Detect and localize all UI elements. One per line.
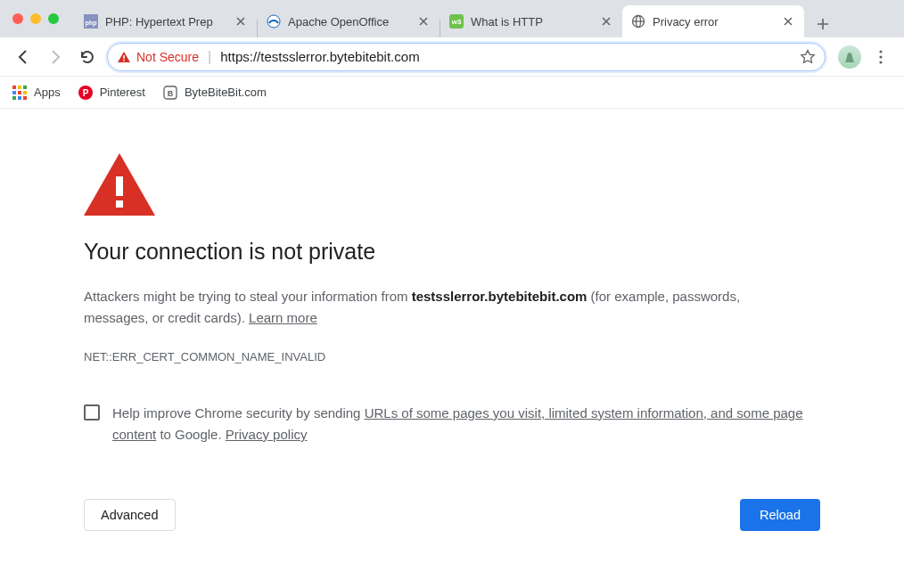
bookmark-pinterest[interactable]: P Pinterest (78, 86, 145, 100)
optin-text: Help improve Chrome security by sending … (112, 403, 815, 445)
tabstrip: php PHP: Hypertext Prep Apache OpenOffic… (75, 0, 904, 37)
window-close-button[interactable] (12, 13, 23, 24)
window-maximize-button[interactable] (48, 13, 59, 24)
security-indicator[interactable]: Not Secure (117, 50, 199, 64)
optin-row: Help improve Chrome security by sending … (84, 403, 815, 445)
svg-rect-9 (123, 60, 125, 61)
warning-triangle-icon (117, 51, 131, 63)
optin-checkbox[interactable] (84, 404, 100, 421)
tab-close-icon[interactable] (781, 14, 795, 29)
tab-title: What is HTTP (471, 15, 596, 29)
php-favicon: php (84, 14, 98, 29)
tab-php[interactable]: php PHP: Hypertext Prep (75, 5, 257, 37)
reload-button[interactable] (75, 45, 100, 69)
svg-text:php: php (86, 20, 97, 27)
action-row: Advanced Reload (84, 499, 820, 531)
privacy-policy-link[interactable]: Privacy policy (226, 427, 308, 442)
bookmark-label: Pinterest (100, 86, 145, 99)
browser-toolbar: Not Secure | (0, 37, 904, 77)
tab-privacy-error[interactable]: Privacy error (622, 5, 804, 37)
svg-point-10 (879, 50, 882, 53)
tab-close-icon[interactable] (599, 14, 613, 29)
site-name: testsslerror.bytebitebit.com (412, 289, 588, 304)
svg-point-12 (879, 61, 882, 63)
tab-close-icon[interactable] (234, 14, 248, 29)
svg-rect-18 (116, 200, 123, 208)
error-code: NET::ERR_CERT_COMMON_NAME_INVALID (84, 350, 820, 363)
window-minimize-button[interactable] (30, 13, 41, 24)
not-secure-label: Not Secure (136, 50, 199, 64)
bytebitebit-icon: B (163, 86, 177, 100)
bookmark-star-icon[interactable] (800, 49, 816, 65)
forward-button[interactable] (43, 45, 68, 69)
learn-more-link[interactable]: Learn more (249, 310, 317, 325)
advanced-button[interactable]: Advanced (84, 499, 176, 531)
tab-title: PHP: Hypertext Prep (105, 15, 230, 29)
apps-label: Apps (34, 86, 61, 99)
svg-text:P: P (82, 88, 88, 98)
tab-title: Apache OpenOffice (288, 15, 413, 29)
address-bar[interactable]: Not Secure | (107, 43, 826, 71)
url-input[interactable] (220, 49, 800, 64)
warning-triangle-icon (84, 153, 820, 216)
new-tab-button[interactable] (809, 11, 836, 37)
separator: | (208, 49, 211, 65)
browser-menu-button[interactable] (868, 45, 893, 69)
svg-text:w3: w3 (451, 18, 462, 26)
tab-http[interactable]: w3 What is HTTP (440, 5, 622, 37)
back-button[interactable] (11, 45, 36, 69)
bookmark-bytebitebit[interactable]: B ByteBiteBit.com (163, 86, 267, 100)
page-content: Your connection is not private Attackers… (0, 109, 904, 531)
profile-avatar[interactable] (838, 45, 861, 69)
tab-close-icon[interactable] (416, 14, 431, 29)
svg-rect-17 (116, 176, 123, 196)
svg-point-11 (879, 55, 882, 58)
reload-page-button[interactable]: Reload (740, 499, 820, 531)
window-titlebar: php PHP: Hypertext Prep Apache OpenOffic… (0, 0, 904, 37)
apps-shortcut[interactable]: Apps (12, 86, 61, 100)
apps-grid-icon (12, 86, 27, 100)
globe-favicon (631, 14, 645, 29)
pinterest-icon: P (78, 86, 93, 100)
tab-openoffice[interactable]: Apache OpenOffice (258, 5, 440, 37)
http-favicon: w3 (449, 14, 464, 29)
tab-title: Privacy error (653, 15, 777, 29)
openoffice-favicon (267, 14, 281, 29)
warning-description: Attackers might be trying to steal your … (84, 286, 761, 329)
bookmarks-bar: Apps P Pinterest B ByteBiteBit.com (0, 77, 904, 109)
page-heading: Your connection is not private (84, 239, 820, 265)
macos-window-controls (12, 13, 59, 24)
bookmark-label: ByteBiteBit.com (185, 86, 267, 99)
svg-text:B: B (168, 89, 174, 98)
svg-rect-8 (123, 55, 125, 59)
